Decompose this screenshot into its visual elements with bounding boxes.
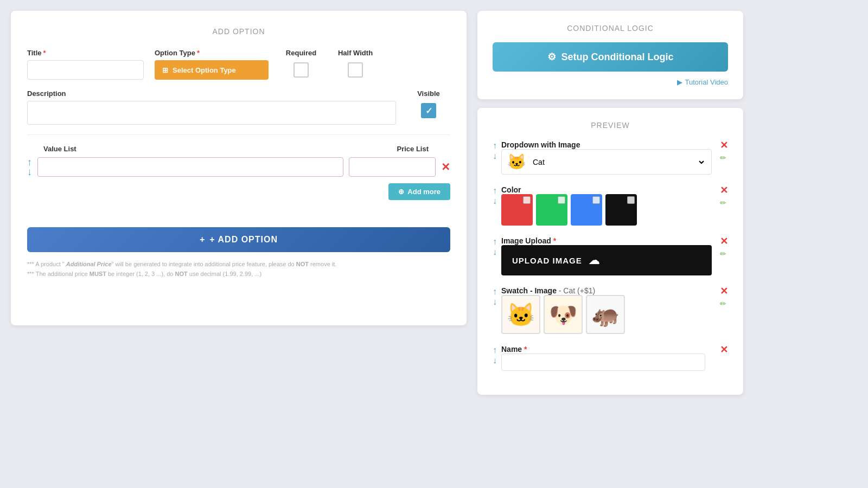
upload-row: ↑↓ Image Upload * UPLOAD IMAGE ☁ ✕ ✏ [493, 236, 728, 275]
swatch-image-dog[interactable]: 🐶 [544, 295, 583, 334]
dropdown-sort-handle[interactable]: ↑↓ [493, 140, 497, 161]
dropdown-edit-button[interactable]: ✏ [720, 153, 728, 162]
swatch-edit-button[interactable]: ✏ [720, 299, 728, 308]
option-type-icon: ⊞ [162, 66, 168, 74]
color-row: ↑↓ Color [493, 185, 728, 226]
color-swatch-red[interactable] [501, 194, 533, 226]
preview-title: PREVIEW [493, 121, 728, 130]
cloud-icon: ☁ [589, 254, 600, 267]
color-edit-button[interactable]: ✏ [720, 198, 728, 207]
upload-sort-handle[interactable]: ↑↓ [493, 236, 497, 257]
description-input[interactable] [27, 101, 396, 125]
required-group: Required [279, 49, 323, 78]
swatch-check-blue [592, 196, 600, 204]
price-list-header: Price List [397, 145, 429, 153]
preview-item-name: ↑↓ Name * ✕ [493, 345, 728, 371]
tutorial-video-link[interactable]: ▶ Tutorial Video [493, 78, 728, 86]
swatch-remove-button[interactable]: ✕ [720, 286, 728, 296]
color-content: Color [501, 185, 728, 226]
swatch-check-red [523, 196, 531, 204]
name-row: ↑↓ Name * ✕ [493, 345, 728, 371]
footnote-1: *** A product ".Additional Price" will b… [27, 260, 450, 269]
required-checkbox[interactable] [293, 62, 309, 78]
add-more-button[interactable]: ⊕ Add more [388, 183, 450, 200]
swatch-sublabel: - Cat (+$1) [559, 286, 595, 295]
value-list-header: Value List [43, 145, 277, 153]
add-option-panel: ADD OPTION Title* Option Type* ⊞ Select … [11, 11, 467, 325]
name-remove-button[interactable]: ✕ [720, 345, 728, 355]
swatch-image-cat[interactable]: 🐱 [501, 295, 540, 334]
cat-swatch-icon: 🐱 [507, 301, 535, 328]
color-actions: ✕ ✏ [720, 185, 728, 207]
dog-swatch-icon: 🐶 [549, 301, 577, 328]
color-swatch-blue[interactable] [571, 194, 602, 226]
play-icon: ▶ [677, 78, 682, 86]
half-width-label: Half Width [338, 49, 373, 57]
price-input[interactable] [349, 157, 436, 177]
title-label: Title* [27, 49, 144, 57]
add-option-button[interactable]: + + ADD OPTION [27, 227, 450, 252]
name-sort-handle[interactable]: ↑↓ [493, 345, 497, 365]
title-input[interactable] [27, 60, 144, 80]
required-label: Required [286, 49, 316, 57]
add-option-title: ADD OPTION [27, 27, 450, 36]
color-swatches [501, 194, 728, 226]
half-width-group: Half Width [334, 49, 377, 78]
value-sort-handle[interactable]: ↑↓ [27, 157, 32, 177]
color-label: Color [501, 185, 728, 194]
title-group: Title* [27, 49, 144, 80]
color-swatch-black[interactable] [605, 194, 637, 226]
value-price-row: ↑↓ ✕ [27, 157, 450, 177]
setup-conditional-logic-button[interactable]: ⚙ Setup Conditional Logic [493, 42, 728, 72]
name-actions: ✕ [720, 345, 728, 355]
add-more-icon: ⊕ [398, 188, 404, 196]
visible-checkbox[interactable] [421, 103, 436, 118]
color-sort-handle[interactable]: ↑↓ [493, 185, 497, 206]
upload-content: Image Upload * UPLOAD IMAGE ☁ [501, 236, 728, 275]
color-swatch-green[interactable] [536, 194, 567, 226]
tutorial-link-container: ▶ Tutorial Video [493, 78, 728, 86]
dropdown-preview: 🐱 Cat Dog [501, 149, 712, 175]
value-input[interactable] [37, 157, 343, 177]
upload-edit-button[interactable]: ✏ [720, 249, 728, 258]
dropdown-select[interactable]: Cat Dog [531, 157, 706, 167]
remove-value-button[interactable]: ✕ [441, 162, 450, 172]
upload-required-star: * [553, 236, 556, 245]
name-content: Name * [501, 345, 728, 371]
swatch-sort-handle[interactable]: ↑↓ [493, 286, 497, 307]
value-price-headers: Value List Price List [27, 145, 450, 153]
swatch-check-black [627, 196, 635, 204]
dropdown-row: ↑↓ Dropdown with Image 🐱 Cat Dog [493, 140, 728, 175]
select-option-type-button[interactable]: ⊞ Select Option Type [155, 60, 269, 80]
add-option-icon: + [200, 235, 205, 245]
swatch-check-green [558, 196, 565, 204]
preview-card: PREVIEW ↑↓ Dropdown with Image 🐱 Cat Dog [477, 108, 743, 395]
gear-icon: ⚙ [547, 51, 556, 63]
description-group: Description [27, 89, 396, 125]
add-more-container: ⊕ Add more [27, 183, 450, 211]
cat-emoji-icon: 🐱 [507, 153, 526, 171]
footnote-2: *** The additional price MUST be integer… [27, 269, 450, 279]
upload-image-button[interactable]: UPLOAD IMAGE ☁ [501, 245, 712, 275]
description-label: Description [27, 89, 396, 98]
swatch-image-hippo[interactable]: 🦛 [586, 295, 625, 334]
dropdown-remove-button[interactable]: ✕ [720, 140, 728, 150]
divider [27, 134, 450, 135]
name-required-star: * [524, 345, 527, 354]
upload-label: Image Upload * [501, 236, 728, 245]
color-remove-button[interactable]: ✕ [720, 185, 728, 195]
name-preview-input[interactable] [501, 354, 705, 371]
dropdown-content: Dropdown with Image 🐱 Cat Dog [501, 140, 728, 175]
swatch-label: Swatch - Image - Cat (+$1) [501, 286, 728, 295]
upload-remove-button[interactable]: ✕ [720, 236, 728, 246]
preview-item-upload: ↑↓ Image Upload * UPLOAD IMAGE ☁ ✕ ✏ [493, 236, 728, 275]
swatch-content: Swatch - Image - Cat (+$1) 🐱 🐶 🦛 [501, 286, 728, 334]
name-label: Name * [501, 345, 728, 354]
preview-item-dropdown: ↑↓ Dropdown with Image 🐱 Cat Dog [493, 140, 728, 175]
form-row-1: Title* Option Type* ⊞ Select Option Type… [27, 49, 450, 80]
swatch-actions: ✕ ✏ [720, 286, 728, 308]
preview-item-swatch: ↑↓ Swatch - Image - Cat (+$1) 🐱 🐶 🦛 [493, 286, 728, 334]
half-width-checkbox[interactable] [348, 62, 363, 78]
upload-actions: ✕ ✏ [720, 236, 728, 258]
footnotes: *** A product ".Additional Price" will b… [27, 260, 450, 279]
